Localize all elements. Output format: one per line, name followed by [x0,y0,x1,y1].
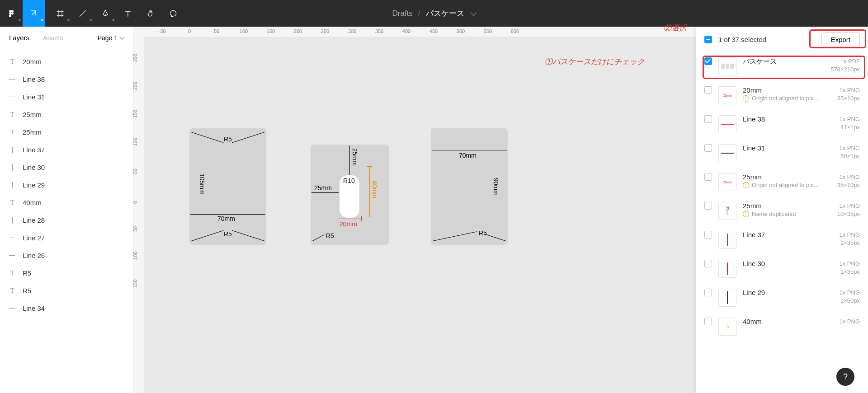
export-item[interactable]: Line 311x PNG50×1px [698,139,866,168]
layer-item[interactable]: Line 28 [0,211,133,229]
bar-icon [9,217,15,224]
export-item-checkbox[interactable] [704,57,712,65]
layer-item[interactable]: Line 34 [0,299,133,317]
help-button[interactable]: ? [836,368,854,386]
export-item-title: 25mm [743,173,831,181]
thumbnail [718,289,736,307]
layer-item[interactable]: Line 37 [0,141,133,159]
dim-20mm: 20mm [340,220,357,228]
dim-40mm: 40mm [371,181,378,198]
frame-tool[interactable] [49,0,71,27]
export-item-title: 20mm [743,86,831,94]
hand-tool[interactable] [139,0,162,27]
layer-item[interactable]: Line 27 [0,229,133,247]
layer-item[interactable]: Line 29 [0,176,133,194]
pen-tool[interactable] [94,0,117,27]
export-item-checkbox[interactable] [704,115,712,123]
frame-1[interactable]: R5 105mm 70mm R5 [189,128,266,245]
thumbnail [718,260,736,278]
line-icon [78,9,87,18]
export-item[interactable]: 20mm20mm!Origin not aligned to pix...1x … [698,81,866,110]
export-item[interactable]: 25mm25mm!Name duplicated1x PNG10×35px [698,196,866,225]
chevron-down-icon [119,34,124,39]
layer-label: 25mm [23,111,42,118]
thumbnail: 25mm [718,202,736,220]
export-panel: 1 of 37 selected Export パスケース1x PDF578×2… [696,27,868,393]
layer-item[interactable]: Line 26 [0,247,133,264]
layer-label: Line 37 [23,146,45,154]
frame-icon [56,9,65,18]
select-all-checkbox[interactable] [704,36,712,43]
frame-3[interactable]: 70mm 90mm R5 [431,128,508,245]
export-item-warning: !Origin not aligned to pix... [743,182,831,188]
text-tool[interactable] [117,0,139,27]
frame-2[interactable]: 25mm 25mm 40mm R10 20mm R5 [311,145,389,245]
layer-label: R5 [23,269,31,277]
layer-item[interactable]: T40mm [0,194,133,211]
breadcrumb-file[interactable]: パスケース [426,8,464,19]
layer-item[interactable]: T25mm [0,106,133,123]
dim-70mm: 70mm [217,215,235,222]
breadcrumb-drafts[interactable]: Drafts [392,9,412,18]
export-item-checkbox[interactable] [704,260,712,267]
layer-label: Line 27 [23,234,45,242]
export-item-checkbox[interactable] [704,86,712,94]
thumbnail [718,231,736,249]
export-icon [29,9,38,18]
export-item-title: 25mm [743,202,831,210]
text-icon: T [9,199,15,206]
bar-icon [9,164,15,171]
layer-item[interactable]: Line 31 [0,88,133,106]
layer-item[interactable]: TR5 [0,282,133,299]
export-item-meta: 1x PNG1×35px [839,231,860,247]
canvas[interactable]: R5 105mm 70mm R5 25mm 25mm [144,37,696,393]
chevron-down-icon[interactable] [470,9,476,15]
export-item-title: パスケース [743,57,824,66]
pen-tool-line[interactable] [71,0,94,27]
canvas-area[interactable]: -50050100150200250300350400450500550600 … [133,27,696,393]
export-item[interactable]: Line 291x PNG1×50px [698,283,866,312]
export-item[interactable]: パスケース1x PDF578×210px [698,52,866,81]
layer-list[interactable]: T20mmLine 38Line 31T25mmT25mmLine 37Line… [0,49,133,393]
breadcrumb[interactable]: Drafts / パスケース [392,8,476,19]
dash-icon [9,308,15,309]
layer-item[interactable]: Line 38 [0,70,133,88]
layer-label: Line 26 [23,252,45,259]
export-item-meta: 1x PNG50×1px [839,144,860,160]
text-icon [123,9,132,18]
export-item[interactable]: Line 371x PNG1×35px [698,225,866,254]
layer-item[interactable]: TR5 [0,264,133,282]
ruler-vertical: -250-200-150-100-50050100150 [133,37,144,393]
move-tool[interactable] [23,0,45,27]
export-item-checkbox[interactable] [704,202,712,210]
dim-r5: R5 [224,136,232,143]
layer-label: Line 31 [23,93,45,101]
page-selector[interactable]: Page 1 [98,34,124,42]
export-button[interactable]: Export [821,32,860,47]
left-panel: Layers Assets Page 1 T20mmLine 38Line 31… [0,27,133,393]
dim-r10: R10 [343,177,355,184]
export-item-checkbox[interactable] [704,289,712,296]
export-item[interactable]: Line 381x PNG41×1px [698,110,866,139]
export-item-checkbox[interactable] [704,173,712,181]
layer-label: Line 29 [23,181,45,189]
export-item[interactable]: Line 301x PNG1×35px [698,254,866,283]
export-item-title: Line 29 [743,289,833,296]
export-item[interactable]: 25mm25mm!Origin not aligned to pix...1x … [698,168,866,196]
layer-item[interactable]: T25mm [0,123,133,141]
dim-25mm: 25mm [314,184,332,192]
export-item-meta: 1x PNG35×10px [837,173,860,189]
tab-layers[interactable]: Layers [9,34,29,42]
export-item-checkbox[interactable] [704,231,712,239]
tab-assets[interactable]: Assets [43,34,63,42]
export-item-meta: 1x PNG1×35px [839,260,860,276]
layer-item[interactable]: Line 30 [0,159,133,176]
layer-item[interactable]: T20mm [0,53,133,70]
export-item[interactable]: 4040mm1x PNG [698,312,866,341]
layer-label: Line 28 [23,216,45,224]
figma-menu[interactable] [0,0,23,27]
comment-tool[interactable] [162,0,184,27]
export-item-checkbox[interactable] [704,318,712,325]
export-item-checkbox[interactable] [704,144,712,152]
export-list[interactable]: パスケース1x PDF578×210px20mm20mm!Origin not … [696,52,868,393]
